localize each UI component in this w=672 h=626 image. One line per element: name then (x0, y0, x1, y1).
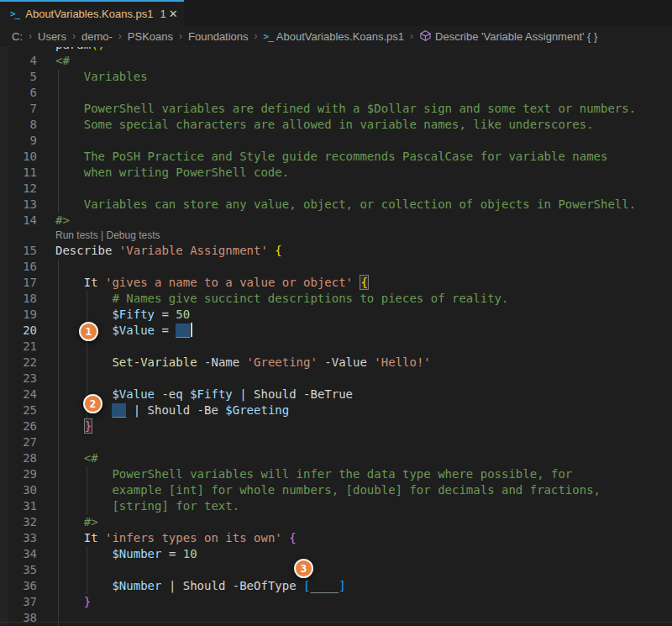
code-line[interactable]: 17 It 'gives a name to a value or object… (0, 275, 672, 291)
code-line[interactable]: 20 $Value = __ (0, 323, 672, 339)
koan-blank[interactable]: __ (176, 324, 190, 337)
code-token: when writing PowerShell code. (55, 166, 289, 179)
debug-tests-link[interactable]: Debug tests (107, 229, 160, 241)
code-text (37, 435, 55, 449)
code-line[interactable]: 28 <# (0, 450, 672, 466)
indent-guide (58, 69, 59, 85)
indent-guide (58, 339, 59, 355)
code-line[interactable]: 9 (0, 133, 672, 149)
code-token: 'Variable Assignment' (119, 244, 268, 257)
code-line[interactable]: 19 $Fifty = 50 (0, 307, 672, 323)
code-token: PowerShell variables are defined with a … (55, 102, 636, 115)
line-number: 35 (0, 562, 37, 578)
code-line[interactable]: 27 (0, 434, 672, 450)
code-line[interactable]: 35 (0, 562, 672, 578)
code-line[interactable]: 34 $Number = 10 (0, 546, 672, 562)
code-line[interactable]: 31 [string] for text. (0, 498, 672, 514)
indent-guide (58, 323, 59, 339)
koan-blank[interactable]: __ (112, 403, 126, 417)
annotation-badge-1: 1 (79, 322, 98, 341)
code-line[interactable]: 18 # Names give succinct descriptions to… (0, 291, 672, 307)
indent-guide (58, 387, 59, 402)
code-line[interactable]: 37 } (0, 594, 672, 610)
code-token (55, 547, 112, 560)
code-line[interactable]: 21 (0, 339, 672, 355)
code-area[interactable]: param()4<#5 Variables67 PowerShell varia… (0, 47, 672, 625)
koan-blank[interactable]: ____ (310, 579, 339, 592)
code-line[interactable]: 13 Variables can store any value, object… (0, 197, 672, 213)
line-number: 30 (0, 482, 37, 498)
code-line[interactable]: 36 $Number | Should -BeOfType [____] (0, 578, 672, 594)
breadcrumb-separator: › (410, 30, 413, 42)
breadcrumb-item[interactable]: demo- (81, 30, 113, 43)
line-number: 8 (0, 117, 37, 133)
powershell-icon: >_ (264, 31, 273, 42)
code-line[interactable]: 12 (0, 181, 672, 197)
indent-guide (58, 117, 59, 133)
breadcrumb-item[interactable]: Foundations (188, 30, 249, 43)
indent-guide (58, 101, 59, 117)
code-text: example [int] for whole numbers, [double… (37, 483, 601, 497)
code-token (282, 531, 289, 544)
indent-guide (58, 275, 59, 291)
indent-guide (87, 291, 87, 307)
indent-guide (58, 181, 59, 197)
code-token: | Should -Be (126, 403, 225, 417)
code-line[interactable]: 29 PowerShell variables will infer the d… (0, 466, 672, 482)
indent-guide (58, 355, 59, 371)
indent-guide (58, 466, 59, 482)
code-token: <# (55, 451, 98, 465)
powershell-file-icon: >_ (10, 8, 19, 19)
code-token: () (91, 47, 105, 51)
breadcrumb-item[interactable]: C: (12, 30, 23, 43)
editor-bottom-divider (0, 622, 672, 623)
code-line[interactable]: 5 Variables (0, 69, 672, 85)
code-line[interactable]: 22 Set-Variable -Name 'Greeting' -Value … (0, 355, 672, 371)
code-line[interactable]: 7 PowerShell variables are defined with … (0, 101, 672, 117)
code-line[interactable]: 10 The PoSH Practice and Style guide rec… (0, 149, 672, 165)
line-number: 27 (0, 434, 37, 450)
line-number: 33 (0, 530, 37, 546)
breadcrumb-item[interactable]: PSKoans (128, 30, 173, 43)
code-text: It 'gives a name to a value or object' { (37, 276, 369, 289)
code-line[interactable]: 6 (0, 85, 672, 101)
indent-guide (87, 371, 87, 387)
code-text: Describe 'Variable Assignment' { (37, 244, 282, 257)
code-line[interactable]: 38 (0, 610, 672, 626)
code-text (37, 86, 55, 99)
code-line[interactable]: 23 (0, 371, 672, 387)
text-cursor (191, 323, 192, 337)
indent-guide (58, 165, 59, 181)
code-line[interactable]: 11 when writing PowerShell code. (0, 165, 672, 181)
code-line[interactable]: 4<# (0, 53, 672, 69)
code-line[interactable]: 32 #> (0, 514, 672, 530)
code-line[interactable]: 14#> (0, 213, 672, 229)
close-icon[interactable]: ✕ (166, 7, 181, 21)
code-line[interactable]: 30 example [int] for whole numbers, [dou… (0, 482, 672, 498)
breadcrumb-item-label: C: (12, 30, 23, 43)
breadcrumb-item-label: Describe 'Variable Assignment' { } (435, 30, 597, 43)
indent-guide (58, 149, 59, 165)
code-line[interactable]: param() (0, 47, 672, 53)
code-line[interactable]: 33 It 'infers types on its own' { (0, 530, 672, 546)
line-number: 16 (0, 259, 37, 275)
breadcrumb-item[interactable]: Users (38, 30, 66, 43)
line-number: 18 (0, 291, 37, 307)
line-number: 34 (0, 546, 37, 562)
code-line[interactable]: 16 (0, 259, 672, 275)
code-token: Variables can store any value, object, o… (55, 197, 636, 211)
indent-guide (58, 498, 59, 514)
run-tests-link[interactable]: Run tests (55, 229, 98, 241)
code-token: example [int] for whole numbers, [double… (55, 483, 601, 497)
line-number: 12 (0, 181, 37, 197)
breadcrumb-item[interactable]: Describe 'Variable Assignment' { } (419, 29, 597, 43)
code-line[interactable]: 15Describe 'Variable Assignment' { (0, 243, 672, 259)
breadcrumb-item[interactable]: >_AboutVariables.Koans.ps1 (264, 30, 405, 43)
code-line[interactable]: 26 } (0, 418, 672, 434)
code-line[interactable]: 8 Some special characters are allowed in… (0, 117, 672, 133)
code-text (37, 181, 55, 195)
indent-guide (58, 197, 59, 213)
indent-guide (58, 434, 59, 450)
editor-tab[interactable]: >_ AboutVariables.Koans.ps1 1 ✕ (0, 0, 184, 26)
code-token: 'Hello!' (374, 355, 430, 369)
